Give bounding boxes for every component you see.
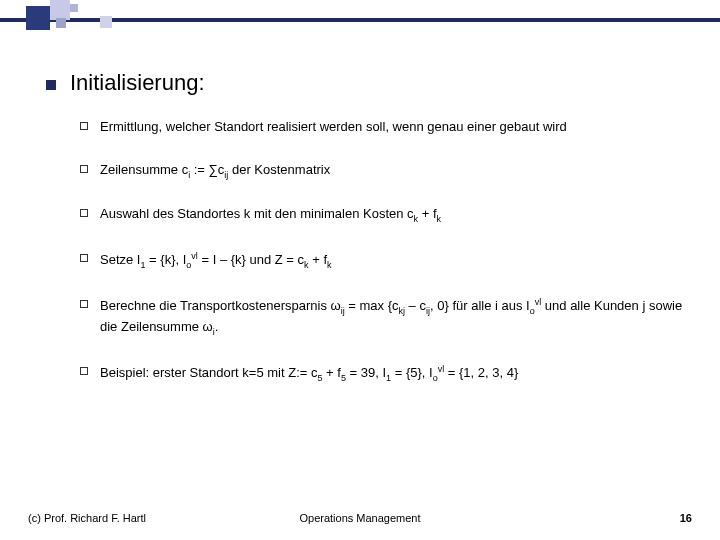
deco-square-icon [100, 16, 112, 28]
list-item-text: Zeilensumme ci := ∑cij der Kostenmatrix [100, 161, 330, 182]
deco-square-icon [70, 4, 78, 12]
list-item-text: Berechne die Transportkostenersparnis ωi… [100, 296, 690, 339]
deco-square-icon [56, 18, 66, 28]
list-item-text: Ermittlung, welcher Standort realisiert … [100, 118, 567, 137]
hollow-square-bullet-icon [80, 300, 88, 308]
bullet-list: Ermittlung, welcher Standort realisiert … [80, 118, 690, 385]
list-item-text: Beispiel: erster Standort k=5 mit Z:= c5… [100, 363, 518, 385]
list-item-text: Setze I1 = {k}, Iovl = I – {k} und Z = c… [100, 250, 332, 272]
footer-left: (c) Prof. Richard F. Hartl [28, 512, 146, 524]
heading-text: Initialisierung: [70, 70, 205, 96]
hollow-square-bullet-icon [80, 254, 88, 262]
list-item-text: Auswahl des Standortes k mit den minimal… [100, 205, 441, 226]
heading-row: Initialisierung: [46, 70, 690, 96]
list-item: Berechne die Transportkostenersparnis ωi… [80, 296, 690, 339]
list-item: Auswahl des Standortes k mit den minimal… [80, 205, 690, 226]
page-number: 16 [680, 512, 692, 524]
content-area: Initialisierung: Ermittlung, welcher Sta… [46, 70, 690, 409]
footer-center: Operations Management [299, 512, 420, 524]
hollow-square-bullet-icon [80, 209, 88, 217]
footer: (c) Prof. Richard F. Hartl Operations Ma… [0, 512, 720, 524]
list-item: Ermittlung, welcher Standort realisiert … [80, 118, 690, 137]
hollow-square-bullet-icon [80, 165, 88, 173]
deco-square-icon [50, 0, 70, 20]
hollow-square-bullet-icon [80, 367, 88, 375]
header-decoration [0, 0, 720, 26]
list-item: Beispiel: erster Standort k=5 mit Z:= c5… [80, 363, 690, 385]
deco-square-icon [26, 6, 50, 30]
slide: Initialisierung: Ermittlung, welcher Sta… [0, 0, 720, 540]
hollow-square-bullet-icon [80, 122, 88, 130]
list-item: Zeilensumme ci := ∑cij der Kostenmatrix [80, 161, 690, 182]
list-item: Setze I1 = {k}, Iovl = I – {k} und Z = c… [80, 250, 690, 272]
square-bullet-icon [46, 80, 56, 90]
